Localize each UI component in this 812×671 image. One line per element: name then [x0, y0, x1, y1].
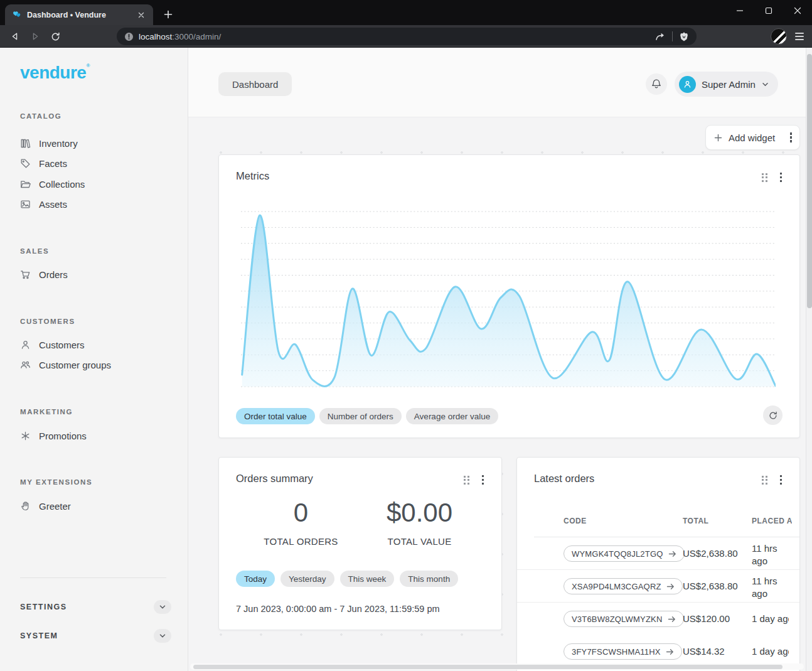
sidebar-item-promotions[interactable]: Promotions [20, 429, 87, 443]
sidebar-section-marketing: MARKETING [20, 408, 73, 416]
sidebar-section-settings[interactable]: SETTINGS [20, 599, 171, 615]
sidebar-item-orders[interactable]: Orders [20, 267, 68, 281]
chevron-down-icon [761, 80, 769, 89]
horizontal-scrollbar-thumb[interactable] [193, 665, 783, 669]
sidebar-section-catalog: CATALOG [20, 112, 61, 120]
browser-titlebar: Dashboard • Vendure [0, 0, 812, 25]
browser-profile-avatar[interactable] [771, 28, 787, 45]
window-close-button[interactable] [783, 0, 812, 21]
chevron-down-icon[interactable] [154, 600, 171, 614]
column-header-placed-at: PLACED AT [752, 517, 792, 525]
horizontal-scrollbar[interactable] [190, 663, 804, 670]
tab-close-icon[interactable] [136, 9, 147, 21]
total-orders-value: 0 [242, 498, 360, 528]
drag-handle-icon[interactable] [762, 173, 767, 182]
sidebar-item-greeter[interactable]: Greeter [20, 499, 71, 513]
orders-summary-title: Orders summary [236, 473, 313, 485]
order-code-link[interactable]: V3T6BW8ZQLWMYZKN [564, 611, 684, 627]
refresh-icon [768, 411, 778, 421]
window-minimize-button[interactable] [725, 0, 754, 21]
sidebar-item-inventory[interactable]: Inventory [20, 136, 78, 150]
browser-tab[interactable]: Dashboard • Vendure [5, 4, 153, 25]
tab-order-total-value[interactable]: Order total value [236, 408, 315, 424]
drag-handle-icon[interactable] [464, 476, 469, 485]
sidebar-item-customer-groups[interactable]: Customer groups [20, 358, 111, 372]
user-menu[interactable]: Super Admin [675, 72, 778, 97]
window-maximize-button[interactable] [754, 0, 783, 21]
site-info-icon[interactable] [124, 32, 134, 41]
order-code-link[interactable]: WYMGK4TQQ8JL2TGQ [564, 545, 685, 562]
total-value-label: TOTAL VALUE [360, 536, 479, 547]
app-window: vendure® CATALOG Inventory Facets Collec… [0, 48, 812, 671]
main-area: Dashboard Super Admin Add widget Metrics [188, 48, 812, 671]
back-button[interactable] [6, 28, 24, 45]
refresh-button[interactable] [763, 405, 783, 425]
share-icon[interactable] [654, 31, 666, 41]
widget-menu-icon[interactable] [482, 475, 484, 485]
vendure-logo: vendure® [20, 63, 90, 83]
sidebar-item-customers[interactable]: Customers [20, 338, 85, 352]
reload-button[interactable] [46, 28, 64, 45]
metric-tabs: Order total value Number of orders Avera… [236, 408, 498, 424]
breadcrumb-dashboard[interactable]: Dashboard [218, 72, 292, 96]
tab-number-of-orders[interactable]: Number of orders [319, 408, 402, 424]
hand-icon [20, 501, 31, 512]
browser-toolbar: localhost:3000/admin/ [0, 25, 812, 48]
sidebar-item-facets[interactable]: Facets [20, 156, 67, 170]
user-name: Super Admin [702, 79, 756, 90]
drag-handle-icon[interactable] [762, 476, 767, 485]
sidebar-section-sales: SALES [20, 247, 49, 255]
sidebar-item-assets[interactable]: Assets [20, 197, 67, 211]
total-value-value: $0.00 [360, 498, 479, 528]
filter-this-month[interactable]: This month [400, 571, 458, 587]
sidebar-section-system[interactable]: SYSTEM [20, 628, 171, 643]
page-header: Dashboard Super Admin [188, 48, 812, 117]
vertical-scrollbar[interactable] [806, 48, 812, 671]
vertical-scrollbar-thumb[interactable] [807, 54, 812, 308]
arrow-right-icon [666, 583, 675, 590]
new-tab-button[interactable] [159, 6, 177, 23]
users-icon [20, 360, 31, 370]
filter-yesterday[interactable]: Yesterday [280, 571, 334, 587]
url-separator [672, 31, 673, 41]
window-controls [725, 0, 812, 21]
url-host: localhost [139, 32, 172, 41]
order-total: US$120.00 [683, 613, 730, 624]
latest-orders-widget: Latest orders CODE TOTAL PLACED AT WYMGK… [516, 457, 800, 671]
order-total: US$2,638.80 [683, 548, 738, 559]
bell-icon [651, 78, 662, 90]
order-code-link[interactable]: 3FY7FSCWSHMA11HX [564, 643, 682, 660]
chevron-down-icon[interactable] [154, 629, 171, 643]
brave-shield-icon[interactable] [679, 31, 689, 42]
arrow-right-icon [668, 616, 676, 623]
plus-icon [713, 133, 723, 142]
filter-this-week[interactable]: This week [340, 571, 395, 587]
filter-today[interactable]: Today [236, 571, 275, 587]
vendure-favicon-icon [11, 10, 21, 20]
image-icon [20, 199, 31, 210]
tab-average-order-value[interactable]: Average order value [406, 408, 498, 424]
order-placed-at: 11 hrs ago [752, 542, 784, 568]
tag-icon [20, 158, 31, 169]
folder-icon [20, 179, 31, 190]
order-code-link[interactable]: XSA9PD4LM3CGAQRZ [564, 578, 683, 594]
widget-menu-icon[interactable] [780, 475, 782, 485]
add-widget-button[interactable]: Add widget [705, 125, 800, 150]
order-total: US$2,638.80 [683, 581, 738, 591]
table-row: XSA9PD4LM3CGAQRZ US$2,638.80 11 hrs ago [517, 570, 799, 603]
url-text: localhost:3000/admin/ [139, 32, 221, 41]
arrow-right-icon [668, 550, 676, 557]
widget-menu-icon[interactable] [780, 173, 782, 182]
sidebar-item-collections[interactable]: Collections [20, 177, 85, 191]
add-widget-menu-icon[interactable] [790, 132, 792, 142]
table-row: WYMGK4TQQ8JL2TGQ US$2,638.80 11 hrs ago [517, 537, 799, 570]
orders-summary-widget: Orders summary 0 TOTAL ORDERS $0.00 TOTA… [218, 457, 502, 630]
forward-button[interactable] [26, 28, 44, 45]
sidebar-section-my-extensions: MY EXTENSIONS [20, 478, 92, 486]
table-row: V3T6BW8ZQLWMYZKN US$120.00 1 day ago [517, 603, 799, 635]
notifications-button[interactable] [646, 73, 667, 95]
browser-menu-icon[interactable] [792, 29, 807, 44]
url-bar[interactable]: localhost:3000/admin/ [117, 28, 697, 45]
sidebar-divider [20, 577, 166, 578]
sidebar-section-customers: CUSTOMERS [20, 318, 75, 325]
